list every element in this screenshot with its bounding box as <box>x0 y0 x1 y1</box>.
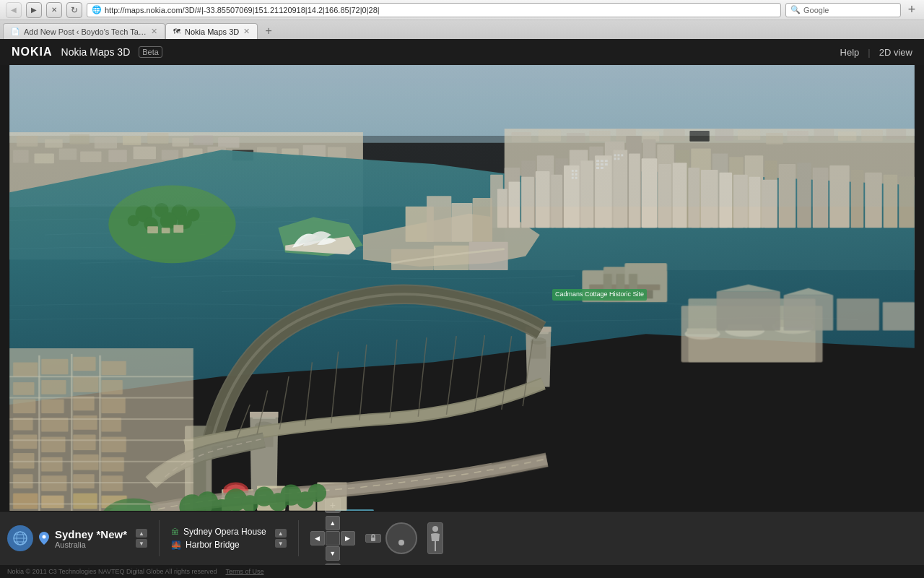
svg-rect-171 <box>73 376 98 392</box>
header-divider: | <box>868 47 870 58</box>
map-container[interactable]: Cadmans Cottage Historic Site <box>0 65 924 511</box>
map-3d-view[interactable] <box>0 65 924 511</box>
poi-list: 🏛 Sydney Opera House 🌉 Harbor Bridge <box>171 527 266 550</box>
svg-rect-222 <box>717 291 780 330</box>
svg-line-144 <box>305 362 313 426</box>
app-title: Nokia Maps 3D <box>61 46 131 58</box>
svg-rect-127 <box>434 246 469 270</box>
bottom-divider-2 <box>298 520 299 556</box>
svg-point-235 <box>308 484 326 502</box>
poi-navigation-arrows: ▲ ▼ <box>275 529 287 548</box>
svg-rect-53 <box>147 226 158 233</box>
tab1-favicon: 📄 <box>11 27 19 35</box>
tab-nokia-maps[interactable]: 🗺 Nokia Maps 3D ✕ <box>165 23 258 39</box>
svg-rect-55 <box>173 225 183 233</box>
poi-down-arrow[interactable]: ▼ <box>275 539 287 548</box>
svg-rect-160 <box>13 474 32 488</box>
tab2-close[interactable]: ✕ <box>243 27 250 36</box>
svg-rect-182 <box>102 436 126 452</box>
nav-right-button[interactable]: ▶ <box>341 531 355 545</box>
svg-rect-223 <box>784 295 834 330</box>
url-text: http://maps.nokia.com/3D/#|-33.85507069|… <box>105 6 380 14</box>
nokia-logo: NOKIA <box>12 46 53 59</box>
svg-rect-172 <box>73 396 94 410</box>
svg-rect-128 <box>469 242 508 270</box>
svg-rect-217 <box>687 328 718 334</box>
svg-rect-181 <box>102 418 121 432</box>
tab-boydo[interactable]: 📄 Add New Post ‹ Boydo's Tech Tal... ✕ <box>3 23 165 39</box>
tilt-lock-button[interactable] <box>365 534 381 543</box>
svg-rect-251 <box>371 538 375 541</box>
add-tab-icon-btn[interactable]: + <box>905 4 918 17</box>
svg-rect-211 <box>603 274 612 291</box>
tab1-close[interactable]: ✕ <box>151 27 157 36</box>
location-pin-icon <box>39 532 49 545</box>
svg-rect-212 <box>616 274 625 291</box>
svg-rect-165 <box>41 418 68 432</box>
browser-tabs-bar: 📄 Add New Post ‹ Boydo's Tech Tal... ✕ 🗺… <box>0 20 924 39</box>
beta-badge: Beta <box>139 46 162 58</box>
location-name: Sydney *New* <box>55 528 127 540</box>
tilt-rotation-controls <box>365 522 443 554</box>
compass-display[interactable] <box>385 522 417 554</box>
nav-down-button[interactable]: ▼ <box>326 546 340 561</box>
tab2-favicon: 🗺 <box>173 27 180 35</box>
nav-up-button[interactable]: ▲ <box>326 516 340 530</box>
svg-rect-166 <box>41 436 65 452</box>
poi-up-arrow[interactable]: ▲ <box>275 529 287 538</box>
search-icon: 🔍 <box>790 5 801 14</box>
street-view-button[interactable] <box>427 522 443 554</box>
svg-point-52 <box>128 215 139 227</box>
location-down-arrow[interactable]: ▼ <box>136 539 147 548</box>
svg-rect-154 <box>13 362 38 376</box>
svg-point-252 <box>432 526 438 532</box>
svg-rect-164 <box>41 399 64 413</box>
svg-rect-167 <box>41 457 62 472</box>
svg-rect-244 <box>9 65 915 207</box>
svg-rect-170 <box>73 356 95 371</box>
svg-rect-183 <box>102 457 124 472</box>
browser-titlebar: ◀ ▶ ✕ ↻ 🌐 http://maps.nokia.com/3D/#|-33… <box>0 0 924 20</box>
bottom-divider-1 <box>159 520 160 556</box>
poi-label-2: Harbor Bridge <box>186 540 240 550</box>
forward-button[interactable]: ▶ <box>26 2 42 18</box>
svg-point-250 <box>43 535 46 539</box>
location-navigation-arrows: ▲ ▼ <box>136 529 147 548</box>
svg-rect-173 <box>73 415 97 430</box>
tab2-label: Nokia Maps 3D <box>185 27 239 36</box>
stop-button[interactable]: ✕ <box>46 2 62 18</box>
svg-line-143 <box>279 376 289 429</box>
terms-of-use-link[interactable]: Terms of Use <box>225 568 263 575</box>
poi-icon-1: 🏛 <box>171 527 179 536</box>
svg-rect-225 <box>883 302 915 330</box>
browser-chrome: ◀ ▶ ✕ ↻ 🌐 http://maps.nokia.com/3D/#|-33… <box>0 0 924 39</box>
svg-rect-124 <box>451 203 472 242</box>
svg-rect-180 <box>102 397 126 413</box>
poi-icon-2: 🌉 <box>171 540 181 550</box>
search-placeholder: Google <box>803 6 829 14</box>
svg-rect-169 <box>41 495 64 508</box>
search-bar[interactable]: 🔍 Google <box>785 3 901 17</box>
svg-rect-224 <box>837 298 879 330</box>
nav-left-button[interactable]: ◀ <box>310 531 325 545</box>
header-right: Help | 2D view <box>840 47 912 58</box>
svg-rect-162 <box>41 358 68 374</box>
poi-label-1: Sydney Opera House <box>183 527 266 537</box>
location-info: Sydney *New* Australia <box>55 528 127 549</box>
new-tab-button[interactable]: + <box>261 23 276 39</box>
location-country: Australia <box>55 540 127 549</box>
back-button[interactable]: ◀ <box>6 2 22 18</box>
svg-rect-177 <box>73 493 97 509</box>
nav-pad: ▲ ◀ ▶ ▼ <box>310 516 355 561</box>
svg-rect-155 <box>13 382 34 395</box>
view-2d-link[interactable]: 2D view <box>879 47 912 58</box>
location-up-arrow[interactable]: ▲ <box>136 529 147 538</box>
svg-rect-156 <box>13 399 35 413</box>
globe-icon: 🌐 <box>92 5 102 14</box>
help-link[interactable]: Help <box>840 47 860 58</box>
svg-rect-176 <box>73 474 94 488</box>
reload-button[interactable]: ↻ <box>66 2 82 18</box>
svg-rect-213 <box>629 274 637 291</box>
svg-rect-179 <box>102 380 123 394</box>
address-bar[interactable]: 🌐 http://maps.nokia.com/3D/#|-33.8550706… <box>87 3 781 17</box>
